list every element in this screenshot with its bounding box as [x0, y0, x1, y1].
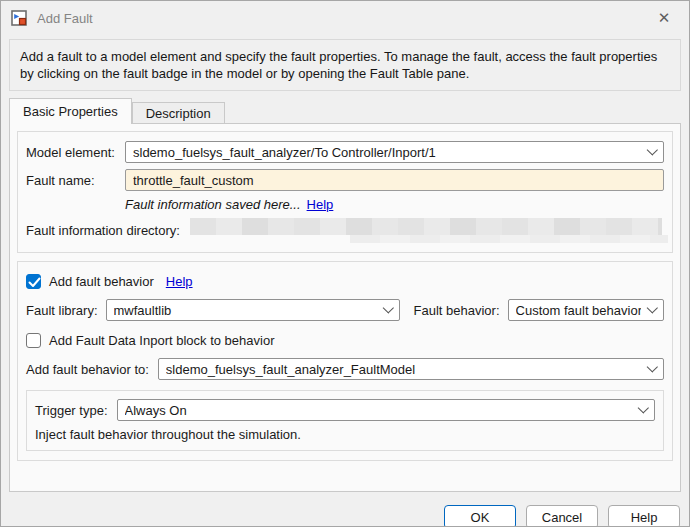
simulink-model-icon: [11, 10, 28, 27]
behavior-to-value: sldemo_fuelsys_fault_analyzer_FaultModel: [166, 362, 641, 377]
fault-behavior-value: Custom fault behavior...: [516, 303, 641, 318]
behavior-to-combobox[interactable]: sldemo_fuelsys_fault_analyzer_FaultModel: [158, 358, 664, 380]
model-element-combobox[interactable]: sldemo_fuelsys_fault_analyzer/To Control…: [125, 141, 664, 163]
window-title: Add Fault: [37, 11, 93, 26]
fault-identity-group: Model element: sldemo_fuelsys_fault_anal…: [17, 131, 673, 253]
add-fault-behavior-help-link[interactable]: Help: [166, 274, 193, 289]
add-fault-behavior-checkbox[interactable]: [26, 274, 41, 289]
tab-description[interactable]: Description: [132, 102, 225, 124]
chevron-down-icon: [647, 302, 658, 313]
redacted-directory-path-2: [350, 235, 668, 243]
trigger-type-label: Trigger type:: [35, 403, 108, 418]
behavior-to-label: Add fault behavior to:: [26, 362, 149, 377]
tab-strip: Basic Properties Description: [9, 98, 689, 123]
chevron-down-icon: [647, 144, 658, 155]
model-element-value: sldemo_fuelsys_fault_analyzer/To Control…: [133, 145, 641, 160]
trigger-note: Inject fault behavior throughout the sim…: [35, 427, 301, 442]
chevron-down-icon: [647, 361, 658, 372]
title-bar: Add Fault ✕: [1, 1, 689, 35]
chevron-down-icon: [638, 402, 649, 413]
redacted-directory-path: [190, 218, 662, 235]
basic-properties-panel: Model element: sldemo_fuelsys_fault_anal…: [9, 123, 681, 492]
add-fault-dialog: Add Fault ✕ Add a fault to a model eleme…: [0, 0, 690, 527]
fault-library-value: mwfaultlib: [114, 303, 377, 318]
fault-library-combobox[interactable]: mwfaultlib: [106, 299, 400, 321]
cancel-button[interactable]: Cancel: [526, 505, 598, 527]
fault-behavior-label: Fault behavior:: [414, 303, 500, 318]
button-bar: OK Cancel Help: [1, 492, 689, 527]
model-element-label: Model element:: [26, 145, 125, 160]
ok-button[interactable]: OK: [444, 505, 516, 527]
fault-directory-label: Fault information directory:: [26, 223, 180, 238]
fault-info-help-link[interactable]: Help: [307, 197, 334, 212]
fault-info-note: Fault information saved here...: [125, 197, 301, 212]
fault-behavior-group: Add fault behavior Help Fault library: m…: [17, 261, 673, 461]
chevron-down-icon: [382, 302, 393, 313]
add-fault-behavior-label[interactable]: Add fault behavior: [49, 274, 154, 289]
tab-basic-properties[interactable]: Basic Properties: [9, 98, 132, 124]
fault-library-label: Fault library:: [26, 303, 98, 318]
add-inport-label[interactable]: Add Fault Data Inport block to behavior: [49, 333, 274, 348]
trigger-type-combobox[interactable]: Always On: [117, 399, 656, 421]
add-inport-checkbox[interactable]: [26, 333, 41, 348]
help-button[interactable]: Help: [608, 505, 680, 527]
fault-name-input[interactable]: [125, 169, 664, 191]
fault-behavior-combobox[interactable]: Custom fault behavior...: [508, 299, 664, 321]
trigger-type-value: Always On: [125, 403, 633, 418]
dialog-description: Add a fault to a model element and speci…: [9, 39, 681, 91]
fault-name-label: Fault name:: [26, 173, 125, 188]
trigger-group: Trigger type: Always On Inject fault beh…: [26, 390, 664, 451]
close-icon[interactable]: ✕: [649, 4, 679, 32]
